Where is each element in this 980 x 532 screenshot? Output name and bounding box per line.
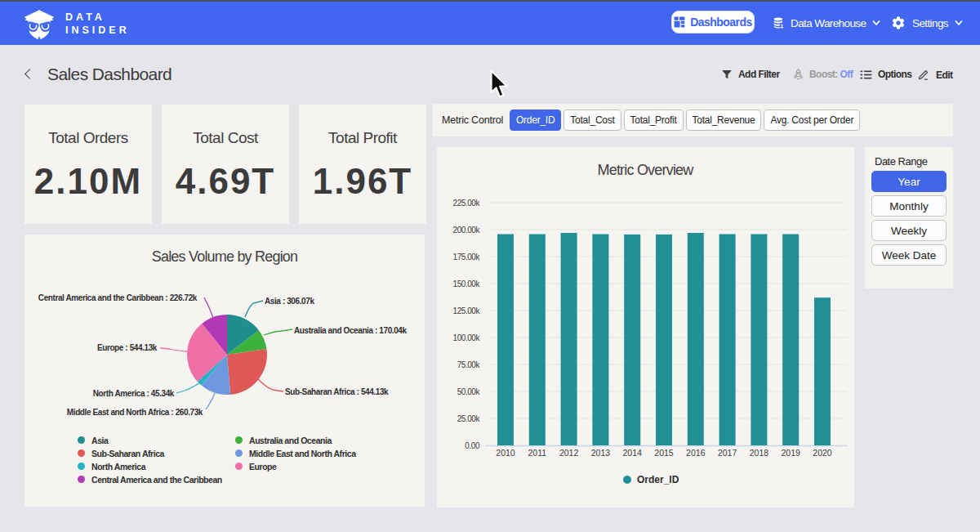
svg-text:75.00k: 75.00k: [457, 360, 481, 369]
svg-text:50.00k: 50.00k: [457, 387, 481, 396]
svg-text:2017: 2017: [718, 448, 737, 458]
svg-text:2016: 2016: [686, 448, 706, 458]
svg-text:0.00: 0.00: [465, 441, 480, 450]
svg-text:2011: 2011: [528, 448, 547, 458]
svg-text:200.00k: 200.00k: [453, 226, 481, 235]
svg-text:125.00k: 125.00k: [453, 306, 481, 315]
svg-text:2019: 2019: [782, 448, 801, 458]
svg-text:175.00k: 175.00k: [453, 253, 481, 262]
svg-text:Central America and the Caribb: Central America and the Caribbean : 226.…: [38, 293, 198, 302]
svg-text:2015: 2015: [654, 448, 674, 458]
svg-text:Metric Overview: Metric Overview: [597, 162, 694, 178]
svg-text:Middle East and North Africa :: Middle East and North Africa : 260.73k: [67, 408, 203, 417]
svg-text:100.00k: 100.00k: [453, 333, 481, 342]
svg-text:2010: 2010: [496, 448, 515, 458]
svg-text:Australia and Oceania : 170.04: Australia and Oceania : 170.04k: [294, 326, 408, 335]
svg-text:2012: 2012: [559, 448, 579, 458]
svg-text:225.00k: 225.00k: [453, 199, 481, 208]
svg-text:25.00k: 25.00k: [457, 414, 481, 423]
svg-text:Order_ID: Order_ID: [637, 474, 679, 485]
svg-text:2013: 2013: [591, 448, 611, 458]
svg-text:North America : 45.34k: North America : 45.34k: [93, 389, 175, 398]
svg-text:2014: 2014: [623, 448, 643, 458]
svg-text:Asia : 306.07k: Asia : 306.07k: [265, 297, 314, 306]
svg-text:Sub-Saharan Africa : 544.13k: Sub-Saharan Africa : 544.13k: [285, 387, 389, 396]
svg-text:150.00k: 150.00k: [453, 279, 481, 288]
svg-text:2018: 2018: [750, 448, 769, 458]
svg-text:Europe : 544.13k: Europe : 544.13k: [97, 343, 158, 352]
svg-text:2020: 2020: [813, 448, 832, 458]
